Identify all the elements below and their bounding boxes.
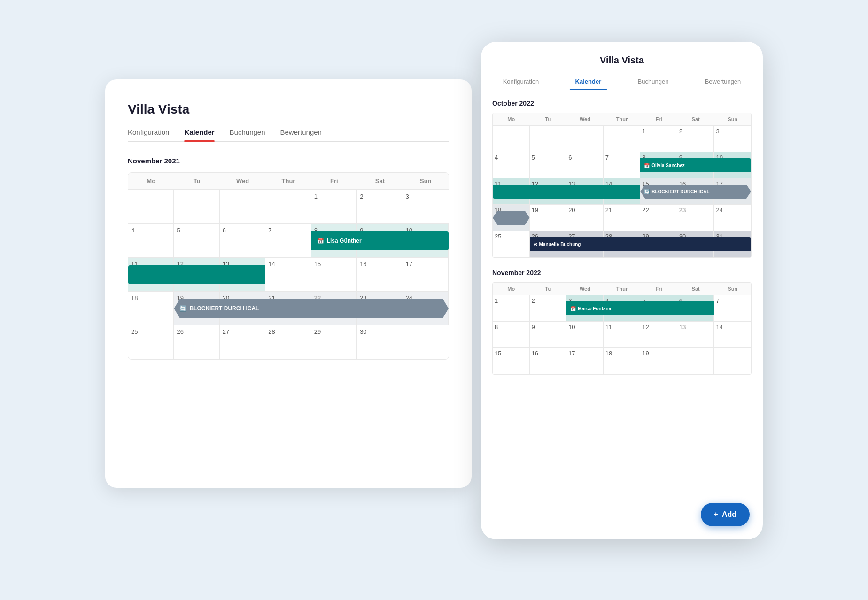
mobile-cell-0-w4-c3[interactable]: 28	[604, 231, 641, 257]
mobile-cell-1-w1-c2[interactable]: 10	[566, 322, 604, 348]
mobile-cell-1-w2-c2[interactable]: 17	[566, 348, 604, 374]
mobile-cell-1-w1-c0[interactable]: 8	[493, 322, 530, 348]
desktop-cell-w1-c0[interactable]: 4	[128, 224, 174, 258]
desktop-cell-w0-c6[interactable]: 3	[403, 190, 449, 224]
mobile-cell-0-w4-c5[interactable]: 30	[677, 231, 714, 257]
mobile-cell-0-w3-c5[interactable]: 23	[677, 205, 714, 231]
desktop-cell-w0-c3[interactable]	[265, 190, 311, 224]
mobile-cell-0-w0-c2[interactable]	[566, 126, 604, 152]
desktop-cell-w3-c3[interactable]: 21	[265, 292, 311, 325]
desktop-cell-w0-c2[interactable]	[220, 190, 265, 224]
tab-bewertungen[interactable]: Bewertungen	[280, 128, 322, 141]
desktop-cell-w4-c3[interactable]: 28	[265, 325, 311, 359]
desktop-cell-w3-c2[interactable]: 20	[220, 292, 265, 325]
mobile-cell-0-w0-c6[interactable]: 3	[714, 126, 751, 152]
mobile-cell-0-w2-c0[interactable]: 11	[493, 178, 530, 205]
mobile-cell-1-w0-c2[interactable]: 3	[566, 295, 604, 322]
mobile-cell-0-w0-c1[interactable]	[530, 126, 567, 152]
desktop-cell-w0-c5[interactable]: 2	[357, 190, 403, 224]
mobile-cell-1-w1-c5[interactable]: 13	[677, 322, 714, 348]
mobile-cell-1-w0-c0[interactable]: 1	[493, 295, 530, 322]
mobile-cell-1-w0-c5[interactable]: 6	[677, 295, 714, 322]
tab-konfiguration[interactable]: Konfiguration	[128, 128, 169, 141]
mobile-cell-0-w2-c1[interactable]: 12	[530, 178, 567, 205]
desktop-cell-w2-c6[interactable]: 17	[403, 258, 449, 292]
desktop-cell-w4-c2[interactable]: 27	[220, 325, 265, 359]
desktop-cell-w4-c1[interactable]: 26	[174, 325, 219, 359]
desktop-cell-w2-c0[interactable]: 11	[128, 258, 174, 292]
mobile-cell-1-w2-c3[interactable]: 18	[604, 348, 641, 374]
mobile-tab-buchungen[interactable]: Buchungen	[632, 73, 674, 90]
desktop-cell-w2-c2[interactable]: 13	[220, 258, 265, 292]
mobile-cell-1-w2-c4[interactable]: 19	[640, 348, 677, 374]
desktop-cell-w3-c1[interactable]: 19	[174, 292, 219, 325]
mobile-cell-0-w3-c0[interactable]: 18	[493, 205, 530, 231]
desktop-cell-w4-c5[interactable]: 30	[357, 325, 403, 359]
desktop-cell-w1-c5[interactable]: 9	[357, 224, 403, 258]
mobile-cell-0-w1-c5[interactable]: 9	[677, 152, 714, 178]
mobile-cell-0-w2-c5[interactable]: 16	[677, 178, 714, 205]
desktop-cell-w4-c4[interactable]: 29	[311, 325, 357, 359]
desktop-cell-w0-c1[interactable]	[174, 190, 219, 224]
mobile-cell-1-w0-c4[interactable]: 5	[640, 295, 677, 322]
mobile-cell-0-w3-c3[interactable]: 21	[604, 205, 641, 231]
desktop-cell-w2-c5[interactable]: 16	[357, 258, 403, 292]
mobile-cell-1-w0-c6[interactable]: 7	[714, 295, 751, 322]
mobile-cell-1-w1-c6[interactable]: 14	[714, 322, 751, 348]
mobile-cell-1-w1-c1[interactable]: 9	[530, 322, 567, 348]
mobile-cell-1-w2-c6[interactable]	[714, 348, 751, 374]
mobile-cell-0-w0-c5[interactable]: 2	[677, 126, 714, 152]
desktop-cell-w1-c2[interactable]: 6	[220, 224, 265, 258]
desktop-cell-w1-c3[interactable]: 7	[265, 224, 311, 258]
mobile-tab-kalender[interactable]: Kalender	[570, 73, 607, 90]
mobile-cell-1-w1-c3[interactable]: 11	[604, 322, 641, 348]
mobile-cell-0-w1-c3[interactable]: 7	[604, 152, 641, 178]
mobile-cell-1-w2-c1[interactable]: 16	[530, 348, 567, 374]
mobile-cell-1-w2-c0[interactable]: 15	[493, 348, 530, 374]
mobile-cell-0-w2-c4[interactable]: 15	[640, 178, 677, 205]
mobile-cell-0-w4-c1[interactable]: 26	[530, 231, 567, 257]
tab-buchungen[interactable]: Buchungen	[230, 128, 265, 141]
mobile-cell-0-w3-c6[interactable]: 24	[714, 205, 751, 231]
mobile-cell-1-w1-c4[interactable]: 12	[640, 322, 677, 348]
desktop-cell-w1-c6[interactable]: 10	[403, 224, 449, 258]
mobile-cell-0-w1-c4[interactable]: 8	[640, 152, 677, 178]
mobile-cell-0-w1-c0[interactable]: 4	[493, 152, 530, 178]
mobile-cell-0-w4-c4[interactable]: 29	[640, 231, 677, 257]
tab-kalender[interactable]: Kalender	[184, 128, 214, 141]
desktop-cell-w0-c4[interactable]: 1	[311, 190, 357, 224]
mobile-cell-0-w1-c6[interactable]: 10	[714, 152, 751, 178]
mobile-cell-1-w0-c1[interactable]: 2	[530, 295, 567, 322]
mobile-cell-0-w3-c2[interactable]: 20	[566, 205, 604, 231]
desktop-cell-w3-c0[interactable]: 18	[128, 292, 174, 325]
mobile-cell-0-w2-c2[interactable]: 13	[566, 178, 604, 205]
mobile-cell-0-w0-c0[interactable]	[493, 126, 530, 152]
desktop-cell-w1-c4[interactable]: 8	[311, 224, 357, 258]
mobile-cell-1-w0-c3[interactable]: 4	[604, 295, 641, 322]
mobile-cell-0-w0-c4[interactable]: 1	[640, 126, 677, 152]
desktop-cell-w2-c4[interactable]: 15	[311, 258, 357, 292]
desktop-cell-w3-c6[interactable]: 24	[403, 292, 449, 325]
desktop-cell-w3-c4[interactable]: 22	[311, 292, 357, 325]
add-button[interactable]: + Add	[701, 503, 750, 526]
mobile-cell-0-w3-c1[interactable]: 19	[530, 205, 567, 231]
mobile-cell-0-w4-c0[interactable]: 25	[493, 231, 530, 257]
desktop-cell-w0-c0[interactable]	[128, 190, 174, 224]
desktop-cell-w4-c6[interactable]	[403, 325, 449, 359]
mobile-tab-bewertungen[interactable]: Bewertungen	[699, 73, 747, 90]
desktop-cell-w3-c5[interactable]: 23	[357, 292, 403, 325]
mobile-cell-0-w0-c3[interactable]	[604, 126, 641, 152]
mobile-cell-0-w3-c4[interactable]: 22	[640, 205, 677, 231]
mobile-cell-0-w4-c6[interactable]: 31	[714, 231, 751, 257]
desktop-cell-w2-c1[interactable]: 12	[174, 258, 219, 292]
desktop-cell-w2-c3[interactable]: 14	[265, 258, 311, 292]
mobile-tab-konfiguration[interactable]: Konfiguration	[497, 73, 545, 90]
desktop-cell-w1-c1[interactable]: 5	[174, 224, 219, 258]
mobile-cell-0-w1-c2[interactable]: 6	[566, 152, 604, 178]
mobile-cell-0-w1-c1[interactable]: 5	[530, 152, 567, 178]
mobile-cell-1-w2-c5[interactable]	[677, 348, 714, 374]
desktop-cell-w4-c0[interactable]: 25	[128, 325, 174, 359]
mobile-cell-0-w2-c3[interactable]: 14	[604, 178, 641, 205]
mobile-cell-0-w4-c2[interactable]: 27	[566, 231, 604, 257]
mobile-cell-0-w2-c6[interactable]: 17	[714, 178, 751, 205]
